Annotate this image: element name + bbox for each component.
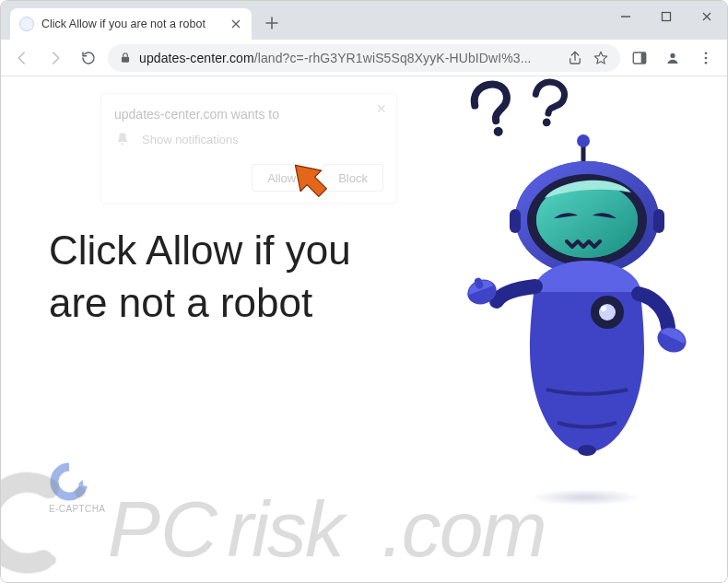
notification-close-icon[interactable]: ✕ <box>376 101 387 116</box>
svg-point-6 <box>705 56 708 59</box>
notification-actions: Allow Block <box>114 164 383 192</box>
robot-shadow <box>530 489 640 506</box>
svg-point-25 <box>578 445 596 456</box>
window-controls <box>605 1 727 32</box>
question-marks-icon <box>464 75 583 148</box>
tab-close-icon[interactable] <box>229 17 242 30</box>
notification-title: updates-center.com wants to <box>114 107 383 122</box>
svg-rect-3 <box>641 52 646 64</box>
svg-rect-0 <box>663 13 671 21</box>
url-path: /land?c=-rhG3YR1wiS5Sq8XyyK-HUbIDwI%3... <box>254 51 532 65</box>
nav-back-button[interactable] <box>8 44 36 72</box>
toolbar: updates-center.com/land?c=-rhG3YR1wiS5Sq… <box>1 40 727 76</box>
svg-rect-1 <box>122 56 129 62</box>
captcha-logo: E-CAPTCHA <box>49 461 105 514</box>
window-close-button[interactable] <box>687 1 727 32</box>
captcha-label: E-CAPTCHA <box>49 504 105 514</box>
notification-row: Show notifications <box>114 131 383 147</box>
svg-point-20 <box>599 304 616 321</box>
svg-text:risk: risk <box>227 484 348 573</box>
svg-point-27 <box>45 554 56 566</box>
tab-title: Click Allow if you are not a robot <box>41 17 224 30</box>
robot-icon <box>445 80 722 559</box>
annotation-arrow-icon <box>288 157 332 202</box>
bell-icon <box>114 131 131 147</box>
svg-point-4 <box>670 52 675 57</box>
svg-rect-17 <box>510 209 521 233</box>
svg-point-8 <box>493 126 504 137</box>
svg-rect-18 <box>653 209 664 233</box>
robot-illustration <box>445 80 722 559</box>
chrome-menu-icon[interactable] <box>692 44 720 72</box>
svg-point-9 <box>542 118 551 127</box>
toolbar-right <box>626 44 720 72</box>
profile-avatar-icon[interactable] <box>659 44 687 72</box>
notification-line: Show notifications <box>142 133 239 146</box>
tab-favicon <box>19 17 34 31</box>
new-tab-button[interactable] <box>259 10 285 36</box>
window-maximize-button[interactable] <box>646 1 687 32</box>
block-button[interactable]: Block <box>323 164 383 192</box>
address-bar-actions <box>567 50 609 66</box>
nav-forward-button[interactable] <box>41 44 69 72</box>
notification-prompt: ✕ updates-center.com wants to Show notif… <box>100 93 397 204</box>
svg-point-5 <box>705 52 708 54</box>
lock-icon <box>119 52 132 64</box>
svg-point-7 <box>705 61 708 64</box>
page-heading: Click Allow if you are not a robot <box>49 224 381 329</box>
url-text: updates-center.com/land?c=-rhG3YR1wiS5Sq… <box>139 51 559 65</box>
bookmark-star-icon[interactable] <box>593 50 609 66</box>
window-titlebar: Click Allow if you are not a robot <box>1 1 727 40</box>
page-viewport: ✕ updates-center.com wants to Show notif… <box>1 76 727 582</box>
side-panel-icon[interactable] <box>626 44 653 72</box>
svg-text:PC: PC <box>108 484 218 573</box>
address-bar[interactable]: updates-center.com/land?c=-rhG3YR1wiS5Sq… <box>108 44 620 72</box>
share-icon[interactable] <box>567 50 583 66</box>
svg-point-21 <box>601 306 606 311</box>
nav-reload-button[interactable] <box>75 44 102 72</box>
window-minimize-button[interactable] <box>605 1 646 32</box>
url-domain: updates-center.com <box>139 51 254 65</box>
browser-tab[interactable]: Click Allow if you are not a robot <box>10 8 252 40</box>
